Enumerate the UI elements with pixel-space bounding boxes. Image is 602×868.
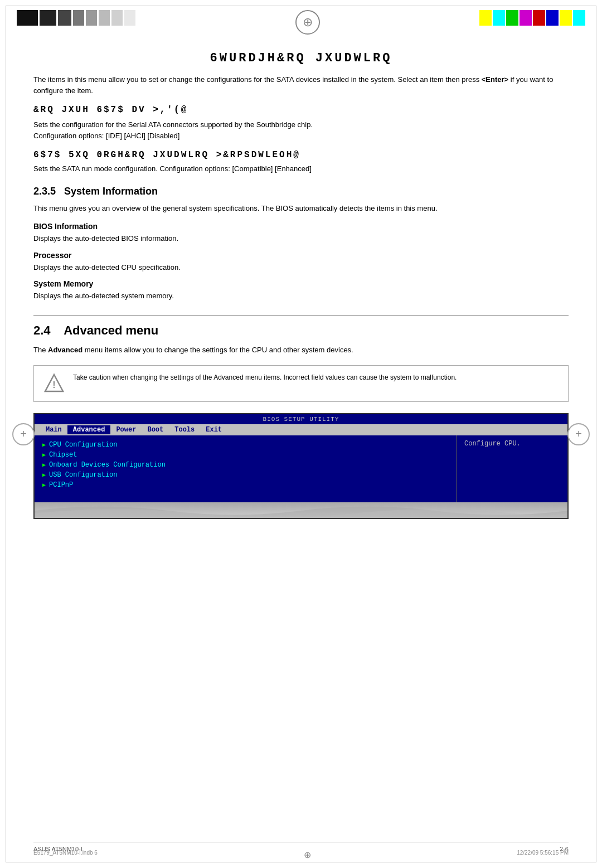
right-crosshair bbox=[567, 423, 590, 445]
bios-item-usb: ▶ USB Configuration bbox=[42, 470, 448, 480]
yellow-bar-2 bbox=[560, 10, 572, 26]
bios-item-cpu-label: CPU Configuration bbox=[49, 441, 117, 449]
bottom-crosshair: ⊕ bbox=[304, 850, 311, 860]
bios-info-title: BIOS Information bbox=[33, 222, 569, 231]
black-bar-2 bbox=[40, 10, 56, 26]
storage-config-desc: The items in this menu allow you to set … bbox=[33, 74, 569, 96]
arrow-icon: ▶ bbox=[42, 442, 46, 448]
arrow-icon-3: ▶ bbox=[42, 462, 46, 468]
bios-right-panel: Configure CPU. bbox=[456, 435, 567, 502]
section-235-title: 2.3.5 System Information bbox=[33, 186, 569, 197]
section-divider bbox=[33, 315, 569, 316]
top-color-bar-area: ⊕ bbox=[0, 0, 602, 35]
black-bar-1 bbox=[17, 10, 38, 26]
section-235-text: System Information bbox=[64, 186, 158, 197]
svg-text:!: ! bbox=[52, 380, 55, 390]
section-235-desc: This menu gives you an overview of the g… bbox=[33, 203, 569, 215]
gray-bar-4 bbox=[111, 10, 123, 26]
color-bars-group bbox=[479, 10, 585, 26]
section-24-desc: The Advanced menu items allow you to cha… bbox=[33, 345, 569, 356]
processor-title: Processor bbox=[33, 251, 569, 260]
red-bar bbox=[533, 10, 545, 26]
system-memory-desc: Displays the auto-detected system memory… bbox=[33, 290, 569, 302]
left-crosshair bbox=[12, 423, 35, 445]
arrow-icon-4: ▶ bbox=[42, 472, 46, 478]
bios-item-chipset: ▶ Chipset bbox=[42, 450, 448, 460]
bios-topbar: BIOS SETUP UTILITY bbox=[35, 414, 567, 424]
bios-menu-tools[interactable]: Tools bbox=[169, 425, 200, 434]
green-bar bbox=[506, 10, 518, 26]
bios-info-desc: Displays the auto-detected BIOS informat… bbox=[33, 233, 569, 244]
bios-item-onboard-label: Onboard Devices Configuration bbox=[49, 461, 166, 469]
bios-wave-area bbox=[35, 502, 567, 518]
warning-text: Take caution when changing the settings … bbox=[73, 372, 457, 382]
sata-run-title: 6$7$ 5XQ 0RGH&RQ JXUDWLRQ >&RPSDWLEOH@ bbox=[33, 150, 569, 160]
bios-menu-boot[interactable]: Boot bbox=[142, 425, 169, 434]
cyan-bar bbox=[493, 10, 505, 26]
arrow-icon-2: ▶ bbox=[42, 452, 46, 458]
bios-item-usb-label: USB Configuration bbox=[49, 471, 117, 479]
bios-item-pci: ▶ PCIPnP bbox=[42, 480, 448, 490]
processor-desc: Displays the auto-detected CPU specifica… bbox=[33, 262, 569, 273]
bios-menu-exit[interactable]: Exit bbox=[200, 425, 227, 434]
storage-config-title: 6WURDJH&RQ JXUDWLRQ bbox=[33, 51, 569, 65]
section-24-number: 2.4 bbox=[33, 323, 64, 337]
warning-box: ! Take caution when changing the setting… bbox=[33, 365, 569, 402]
bios-item-pci-label: PCIPnP bbox=[49, 481, 73, 489]
section-24-title: 2.4 Advanced menu bbox=[33, 323, 569, 338]
bios-body: ▶ CPU Configuration ▶ Chipset ▶ Onboard … bbox=[35, 435, 567, 502]
footer-bottom-right: 12/22/09 5:56:15 PM bbox=[517, 850, 569, 860]
cyan-bar-2 bbox=[573, 10, 585, 26]
configure-sata-desc: Sets the configuration for the Serial AT… bbox=[33, 119, 569, 141]
bios-item-cpu: ▶ CPU Configuration bbox=[42, 440, 448, 450]
gray-bar-5 bbox=[124, 10, 135, 26]
bios-menu-main[interactable]: Main bbox=[40, 425, 67, 434]
bios-menu-advanced[interactable]: Advanced bbox=[67, 425, 111, 434]
gray-bar-1 bbox=[73, 10, 84, 26]
gray-bar-3 bbox=[99, 10, 110, 26]
gray-bar-2 bbox=[86, 10, 97, 26]
system-memory-title: System Memory bbox=[33, 279, 569, 288]
bios-screenshot: BIOS SETUP UTILITY Main Advanced Power B… bbox=[33, 413, 569, 519]
black-bars-group bbox=[17, 10, 135, 26]
section-24-text: Advanced menu bbox=[64, 323, 158, 337]
advanced-bold: Advanced bbox=[48, 346, 82, 354]
black-bar-3 bbox=[58, 10, 71, 26]
bios-menu-power[interactable]: Power bbox=[110, 425, 142, 434]
footer-bottom: E5179_AT5NM10-I.indb 6 ⊕ 12/22/09 5:56:1… bbox=[33, 850, 569, 860]
footer-bottom-left: E5179_AT5NM10-I.indb 6 bbox=[33, 850, 98, 860]
section-235-number: 2.3.5 bbox=[33, 186, 64, 197]
bios-item-onboard: ▶ Onboard Devices Configuration bbox=[42, 460, 448, 470]
section-24: 2.4 Advanced menu The Advanced menu item… bbox=[33, 315, 569, 519]
arrow-icon-5: ▶ bbox=[42, 482, 46, 488]
warning-icon: ! bbox=[43, 372, 65, 395]
bios-item-chipset-label: Chipset bbox=[49, 451, 77, 459]
bios-help-text: Configure CPU. bbox=[464, 440, 521, 448]
bios-left-panel: ▶ CPU Configuration ▶ Chipset ▶ Onboard … bbox=[35, 435, 456, 502]
bios-top-label: BIOS SETUP UTILITY bbox=[263, 416, 339, 423]
sata-run-desc: Sets the SATA run mode configuration. Co… bbox=[33, 163, 569, 174]
main-content: 6WURDJH&RQ JXUDWLRQ The items in this me… bbox=[0, 40, 602, 530]
yellow-bar bbox=[479, 10, 492, 26]
bios-menubar: Main Advanced Power Boot Tools Exit bbox=[35, 424, 567, 435]
configure-sata-title: &RQ JXUH 6$7$ DV >,'(@ bbox=[33, 105, 569, 115]
blue-bar bbox=[546, 10, 559, 26]
magenta-bar bbox=[520, 10, 532, 26]
center-crosshair-top: ⊕ bbox=[147, 10, 468, 35]
section-235: 2.3.5 System Information This menu gives… bbox=[33, 186, 569, 302]
